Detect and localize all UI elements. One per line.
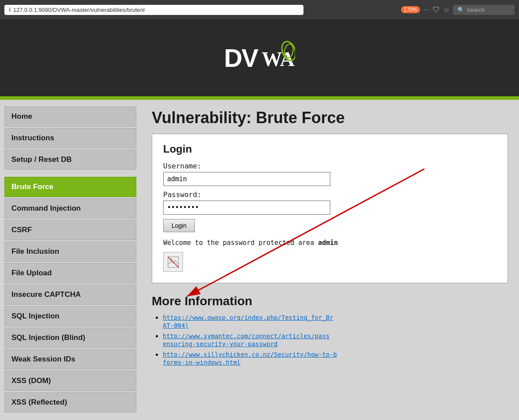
sidebar-item-weak-session-ids[interactable]: Weak Session IDs (4, 349, 136, 369)
more-info-link-1[interactable]: https://www.owasp.org/index.php/Testing_… (163, 314, 333, 329)
sidebar-item-xss-reflected[interactable]: XSS (Reflected) (4, 392, 136, 413)
content-area: Vulnerability: Brute Force Login Usernam… (141, 100, 519, 420)
sidebar-item-sql-injection-blind[interactable]: SQL Injection (Blind) (4, 328, 136, 348)
sidebar: Home Instructions Setup / Reset DB Brute… (0, 100, 141, 420)
sidebar-item-file-inclusion[interactable]: File Inclusion (4, 241, 136, 262)
login-title: Login (163, 143, 497, 155)
more-info-title: More Information (152, 294, 508, 308)
sidebar-item-command-injection[interactable]: Command Injection (4, 198, 136, 219)
password-input[interactable] (163, 201, 330, 215)
list-item: http://www.sillychicken.co.nz/Security/h… (163, 351, 508, 366)
search-icon: 🔍 (457, 7, 464, 13)
logo-swirl: WA (260, 40, 295, 76)
sidebar-spacer (4, 171, 136, 175)
welcome-text: Welcome to the password protected area a… (163, 239, 497, 247)
url-text: 127.0.0.1:9080/DVWA-master/vulnerabiliti… (13, 7, 145, 13)
svg-text:WA: WA (262, 47, 295, 70)
url-bar[interactable]: ℹ 127.0.0.1:9080/DVWA-master/vulnerabili… (4, 5, 303, 15)
login-button[interactable]: Login (163, 219, 195, 232)
image-placeholder (163, 252, 183, 272)
list-item: https://www.owasp.org/index.php/Testing_… (163, 314, 508, 329)
sidebar-item-insecure-captcha[interactable]: Insecure CAPTCHA (4, 285, 136, 305)
sidebar-item-xss-dom[interactable]: XSS (DOM) (4, 371, 136, 391)
info-icon: ℹ (9, 7, 11, 13)
sidebar-item-brute-force[interactable]: Brute Force (4, 177, 136, 197)
sidebar-item-file-upload[interactable]: File Upload (4, 263, 136, 283)
sidebar-item-csrf[interactable]: CSRF (4, 220, 136, 240)
menu-button[interactable]: ··· (424, 6, 429, 14)
browser-right: 170% ··· 🛡 ☆ 🔍 Search (401, 5, 515, 15)
dvwa-header: DV WA (0, 19, 519, 96)
username-input[interactable] (163, 172, 330, 186)
shield-icon[interactable]: 🛡 (433, 6, 440, 14)
sidebar-item-home[interactable]: Home (4, 106, 136, 127)
sidebar-item-setup-reset[interactable]: Setup / Reset DB (4, 150, 136, 170)
login-box: Login Username: Password: Login Welcome … (152, 134, 508, 283)
search-bar[interactable]: 🔍 Search (453, 5, 515, 15)
browser-chrome: ℹ 127.0.0.1:9080/DVWA-master/vulnerabili… (0, 0, 519, 19)
main-layout: Home Instructions Setup / Reset DB Brute… (0, 100, 519, 420)
sidebar-item-sql-injection[interactable]: SQL Injection (4, 306, 136, 326)
broken-image-icon (167, 256, 179, 268)
page-title: Vulnerability: Brute Force (152, 109, 508, 127)
more-info-link-3[interactable]: http://www.sillychicken.co.nz/Security/h… (163, 351, 337, 366)
login-box-wrapper: Login Username: Password: Login Welcome … (152, 134, 508, 283)
more-info-list: https://www.owasp.org/index.php/Testing_… (152, 314, 508, 366)
green-accent-bar (0, 96, 519, 100)
more-info-link-2[interactable]: http://www.symantec.com/connect/articles… (163, 332, 329, 347)
password-label: Password: (163, 190, 497, 199)
logo-text: DV (224, 43, 258, 73)
more-info-section: More Information https://www.owasp.org/i… (152, 294, 508, 366)
list-item: http://www.symantec.com/connect/articles… (163, 332, 508, 348)
zoom-badge: 170% (401, 6, 420, 13)
sidebar-item-instructions[interactable]: Instructions (4, 128, 136, 148)
username-label: Username: (163, 162, 497, 170)
search-label: Search (467, 7, 485, 13)
dvwa-logo: DV WA (224, 40, 295, 76)
star-icon[interactable]: ☆ (443, 6, 450, 14)
